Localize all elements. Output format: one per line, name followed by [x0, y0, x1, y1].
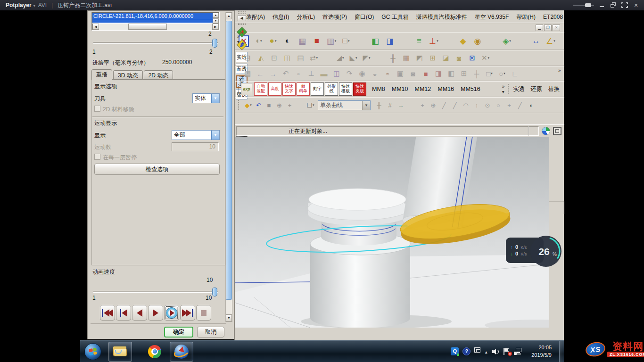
taskbar-explorer-button[interactable]: [108, 342, 132, 362]
background-icon[interactable]: □▾: [339, 34, 353, 48]
go-to-start-button[interactable]: [100, 305, 115, 321]
tab[interactable]: 2D 动态: [144, 70, 173, 80]
export-exp-icon[interactable]: exp: [241, 83, 252, 95]
go-to-end-button[interactable]: [180, 305, 195, 321]
create-program-icon[interactable]: ⊟: [241, 52, 254, 65]
fill-body-icon[interactable]: ◙: [407, 67, 419, 80]
chevron-down-icon[interactable]: ▾: [316, 56, 318, 60]
object-info-icon[interactable]: ▣: [394, 67, 406, 80]
pause-each-level-checkbox[interactable]: [94, 154, 100, 160]
play-button[interactable]: [164, 305, 179, 321]
step-forward-button[interactable]: [148, 305, 163, 321]
snap-plus-icon[interactable]: +: [504, 99, 514, 111]
cancel-button[interactable]: 取消: [197, 327, 224, 337]
hscroll-thumb[interactable]: [128, 24, 167, 30]
chevron-down-icon[interactable]: ▾: [553, 39, 555, 43]
mm-size-button[interactable]: MM12: [413, 86, 434, 92]
simulate-machine-icon[interactable]: ⊞: [426, 52, 439, 65]
rotate-view-icon[interactable]: ↶: [280, 67, 292, 80]
minimize-button[interactable]: [599, 2, 605, 8]
chevron-down-icon[interactable]: ▾: [491, 72, 493, 75]
taskbar-player-button[interactable]: [170, 342, 193, 362]
snap-dark-icon[interactable]: ◖: [526, 99, 536, 111]
tab[interactable]: 重播: [91, 69, 112, 80]
close-button[interactable]: ✕: [633, 2, 639, 8]
list-horizontal-scrollbar[interactable]: ◀ ▶: [92, 24, 219, 30]
volume-tray-icon[interactable]: [492, 348, 499, 355]
snap-center-icon[interactable]: ⊕: [428, 99, 438, 111]
snap-endpoint-icon[interactable]: ↑: [471, 99, 482, 111]
post-process-icon[interactable]: ⊠: [466, 52, 479, 65]
grab-hand-icon[interactable]: +: [285, 99, 295, 111]
wireframe-body-icon[interactable]: ▦: [295, 34, 309, 48]
progress-slider-handle[interactable]: [212, 39, 217, 48]
overflow-chevron-icon[interactable]: »: [558, 68, 561, 73]
chevron-down-icon[interactable]: ▾: [509, 39, 511, 43]
cut-levels-icon[interactable]: ◤▾: [360, 52, 373, 65]
taskbar-chrome-button[interactable]: [143, 342, 166, 362]
chevron-down-icon[interactable]: ▾: [437, 39, 438, 43]
fence-select-icon[interactable]: ╫: [374, 99, 384, 111]
chevron-down-icon[interactable]: ▾: [335, 39, 337, 43]
progress-slider[interactable]: [93, 42, 218, 44]
menu-item[interactable]: ET2008: [539, 12, 567, 22]
taskbar-clock[interactable]: 20:05 2019/5/9: [531, 344, 552, 359]
tool-dropdown[interactable]: 实体 ▼: [192, 93, 220, 103]
chevron-down-icon[interactable]: ▾: [342, 56, 344, 60]
mm-size-button[interactable]: MM10: [389, 86, 411, 92]
chevron-down-icon[interactable]: ▾: [250, 103, 252, 107]
scroll-down-icon[interactable]: ▼: [226, 314, 232, 321]
verify-toolpath-icon[interactable]: ◩: [413, 52, 426, 65]
chevron-down-icon[interactable]: ▼: [211, 131, 219, 140]
menu-item[interactable]: 帮助(H): [512, 12, 539, 23]
mirror-body-icon[interactable]: ◧: [445, 67, 457, 80]
back-icon[interactable]: ←: [254, 67, 266, 80]
red-solid-icon[interactable]: ■: [420, 67, 432, 80]
snap-circle-icon[interactable]: ⊙: [482, 99, 493, 111]
menu-item[interactable]: 潇洒模具汽模标准件: [413, 12, 471, 23]
solid-body-icon[interactable]: ■: [310, 34, 324, 48]
speed-slider-handle[interactable]: [212, 288, 217, 296]
height-button[interactable]: 高度: [268, 82, 281, 96]
snap-tree-icon[interactable]: #: [385, 99, 395, 111]
shaded-display-icon[interactable]: ◖▾: [251, 34, 265, 48]
gcode-listbox[interactable]: CIRCLE/-221.811,-18.416,6.000,0.0000000 …: [91, 12, 220, 31]
tab[interactable]: 3D 动态: [113, 70, 143, 80]
undo-icon[interactable]: ↶: [254, 99, 264, 111]
rendered-style-icon[interactable]: ●▾: [266, 34, 280, 48]
mm-size-button[interactable]: MM516: [458, 86, 483, 92]
gcode-row-partial[interactable]: [92, 20, 213, 23]
check-options-button[interactable]: 检查选项: [94, 164, 220, 175]
generate-toolpath-icon[interactable]: ◢▾: [334, 52, 347, 65]
move-object-icon[interactable]: ◆: [456, 34, 470, 48]
quick-text-button[interactable]: 快速 文字: [282, 82, 296, 96]
chevron-down-icon[interactable]: ▼: [211, 94, 219, 103]
potplayer-menu[interactable]: Potplayer: [6, 2, 32, 8]
view-mode-button[interactable]: 还原: [528, 85, 545, 93]
play-backward-button[interactable]: [132, 305, 147, 321]
gcode-selected-row[interactable]: CIRCLE/-221.811,-18.416,6.000,0.0000000: [92, 13, 213, 20]
snap-curve-icon[interactable]: ◠: [461, 99, 471, 111]
forward-icon[interactable]: →: [267, 67, 279, 80]
work-region-icon[interactable]: [553, 127, 561, 135]
progress-circle-overlay[interactable]: 26 %: [530, 235, 562, 267]
scroll-up-icon[interactable]: ▲: [226, 12, 232, 19]
menu-item[interactable]: 星空 V6.935F: [471, 12, 513, 23]
measure-distance-icon[interactable]: ↔: [529, 34, 543, 48]
polygon-tool-icon[interactable]: ○▾: [496, 67, 508, 80]
close-child-button[interactable]: ✕: [553, 25, 560, 31]
chevron-down-icon[interactable]: ▾: [313, 103, 314, 107]
gouge-check-icon[interactable]: ◪: [439, 52, 452, 65]
view-mode-button[interactable]: 面色: [563, 85, 564, 93]
view-mode-button[interactable]: 实透: [511, 85, 527, 93]
center-mark-icon[interactable]: ┼: [471, 67, 483, 80]
menu-item[interactable]: 信息(I): [269, 12, 293, 23]
split-body-icon[interactable]: ◨: [432, 67, 445, 80]
exchange-icon[interactable]: ⇄▾: [307, 52, 320, 65]
ok-button[interactable]: 确定: [164, 327, 193, 337]
show-desktop-button[interactable]: [559, 341, 564, 362]
snap-slash-icon[interactable]: ╱: [515, 99, 525, 111]
bom-button[interactable]: 做 料单: [297, 82, 310, 96]
fullscreen-button[interactable]: [621, 2, 628, 8]
toolbar-handle[interactable]: [238, 84, 239, 94]
